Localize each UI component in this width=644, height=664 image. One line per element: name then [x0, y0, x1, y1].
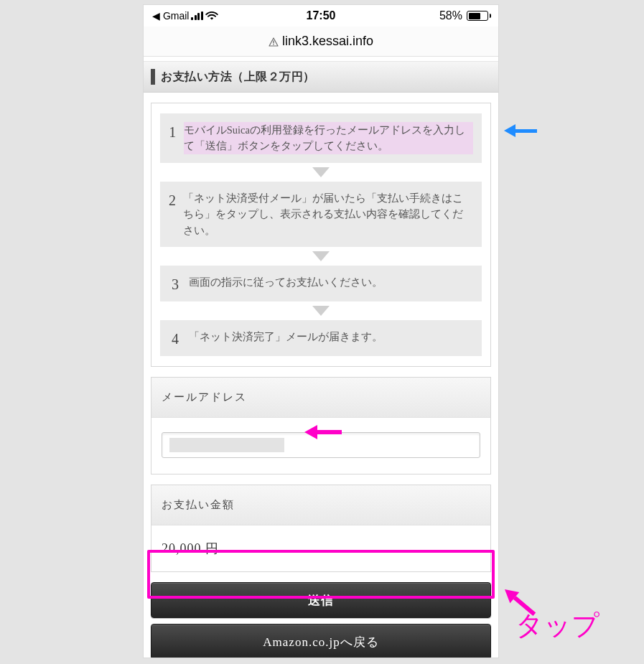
ios-status-bar: ◀ Gmail 17:50 58%	[144, 5, 498, 27]
back-button[interactable]: Amazon.co.jpへ戻る	[151, 624, 491, 658]
step-4: 4 「ネット決済完了」メールが届きます。	[160, 320, 482, 356]
steps-card: 1 モバイルSuicaの利用登録を行ったメールアドレスを入力して「送信」ボタンを…	[151, 103, 491, 367]
back-button-label: Amazon.co.jpへ戻る	[263, 634, 378, 650]
svg-rect-0	[273, 40, 274, 43]
annotation-arrow-email	[304, 425, 342, 439]
back-to-app[interactable]: ◀ Gmail	[152, 10, 189, 22]
step-number: 2	[169, 190, 176, 209]
chevron-down-icon	[312, 306, 330, 316]
step-number: 3	[169, 274, 182, 293]
step-1: 1 モバイルSuicaの利用登録を行ったメールアドレスを入力して「送信」ボタンを…	[160, 113, 482, 163]
step-text: モバイルSuicaの利用登録を行ったメールアドレスを入力して「送信」ボタンをタッ…	[184, 122, 473, 154]
svg-rect-1	[273, 44, 274, 45]
chevron-down-icon	[312, 167, 330, 177]
redacted-value	[169, 438, 284, 452]
annotation-box-submit	[147, 550, 495, 599]
step-text: 画面の指示に従ってお支払いください。	[189, 274, 383, 290]
cellular-signal-icon	[191, 11, 203, 20]
email-label: メールアドレス	[151, 378, 490, 418]
step-3: 3 画面の指示に従ってお支払いください。	[160, 266, 482, 301]
step-2: 2 「ネット決済受付メール」が届いたら「支払い手続きはこちら」をタップし、表示さ…	[160, 182, 482, 247]
url-domain: link3.kessai.info	[282, 34, 373, 49]
step-text: 「ネット決済完了」メールが届きます。	[189, 329, 383, 345]
amount-label: お支払い金額	[151, 485, 490, 525]
annotation-tap-label: タップ	[515, 607, 599, 644]
clock: 17:50	[307, 9, 336, 22]
step-number: 4	[169, 329, 182, 347]
battery-percentage: 58%	[439, 9, 462, 22]
browser-address-bar[interactable]: link3.kessai.info	[144, 27, 498, 57]
wifi-icon	[205, 11, 218, 21]
step-number: 1	[169, 122, 177, 141]
step-text: 「ネット決済受付メール」が届いたら「支払い手続きはこちら」をタップし、表示される…	[183, 190, 473, 238]
payment-method-title: お支払い方法（上限２万円）	[161, 70, 315, 85]
battery-icon	[465, 11, 491, 21]
chevron-down-icon	[312, 251, 330, 261]
payment-method-header: お支払い方法（上限２万円）	[144, 61, 498, 93]
annotation-arrow-step1	[504, 124, 537, 137]
not-secure-warning-icon	[269, 37, 279, 47]
